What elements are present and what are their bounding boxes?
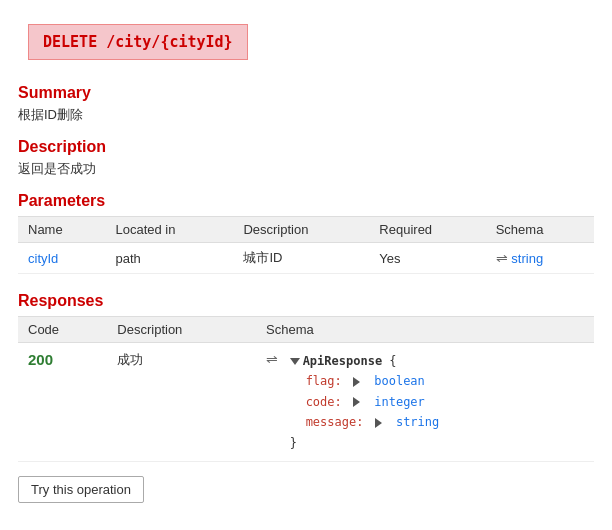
schema-type: string xyxy=(511,251,543,266)
param-col-description: Description xyxy=(233,217,369,243)
response-description: 成功 xyxy=(107,343,256,462)
param-col-required: Required xyxy=(369,217,485,243)
table-row: cityId path 城市ID Yes ⇌ string xyxy=(18,243,594,274)
transfer-icon: ⇌ xyxy=(496,250,508,266)
description-title: Description xyxy=(18,138,594,156)
field-type: integer xyxy=(374,395,425,409)
response-schema: ⇌ ApiResponse { flag: boolean code: inte… xyxy=(256,343,594,462)
resp-col-schema: Schema xyxy=(256,317,594,343)
try-operation-button[interactable]: Try this operation xyxy=(18,476,144,503)
transfer-icon: ⇌ xyxy=(266,351,278,367)
response-code: 200 xyxy=(28,351,53,368)
param-name: cityId xyxy=(28,251,58,266)
schema-header-line: ApiResponse { xyxy=(290,351,440,371)
open-brace: { xyxy=(389,354,396,368)
triangle-icon xyxy=(375,415,392,429)
parameters-title: Parameters xyxy=(18,192,594,210)
schema-field-line: message: string xyxy=(290,412,440,432)
table-row: 200 成功 ⇌ ApiResponse { flag: boolean cod… xyxy=(18,343,594,462)
responses-table: Code Description Schema 200 成功 ⇌ ApiResp… xyxy=(18,316,594,462)
resp-col-code: Code xyxy=(18,317,107,343)
parameters-header-row: Name Located in Description Required Sch… xyxy=(18,217,594,243)
param-description: 城市ID xyxy=(233,243,369,274)
schema-type-name: ApiResponse xyxy=(303,354,382,368)
endpoint-header: DELETE /city/{cityId} xyxy=(28,24,248,60)
field-type: boolean xyxy=(374,374,425,388)
responses-header-row: Code Description Schema xyxy=(18,317,594,343)
arrow-right-icon xyxy=(375,418,382,428)
field-key: flag: xyxy=(306,374,342,388)
try-button-label: Try this operation xyxy=(31,482,131,497)
summary-title: Summary xyxy=(18,84,594,102)
triangle-down-icon xyxy=(290,358,300,365)
triangle-icon xyxy=(353,374,370,388)
endpoint-label: DELETE /city/{cityId} xyxy=(43,33,233,51)
param-col-schema: Schema xyxy=(486,217,594,243)
field-type: string xyxy=(396,415,439,429)
param-col-name: Name xyxy=(18,217,105,243)
description-text: 返回是否成功 xyxy=(18,160,594,178)
schema-field-line: flag: boolean xyxy=(290,371,440,391)
close-brace: } xyxy=(290,436,297,450)
param-required: Yes xyxy=(369,243,485,274)
param-schema: ⇌ string xyxy=(486,243,594,274)
triangle-icon xyxy=(353,395,370,409)
resp-col-description: Description xyxy=(107,317,256,343)
param-located: path xyxy=(105,243,233,274)
arrow-right-icon xyxy=(353,397,360,407)
endpoint-header-wrapper: DELETE /city/{cityId} xyxy=(0,0,612,60)
summary-text: 根据ID删除 xyxy=(18,106,594,124)
responses-title: Responses xyxy=(18,292,594,310)
param-col-located: Located in xyxy=(105,217,233,243)
arrow-right-icon xyxy=(353,377,360,387)
parameters-table: Name Located in Description Required Sch… xyxy=(18,216,594,274)
schema-block: ApiResponse { flag: boolean code: intege… xyxy=(290,351,440,453)
schema-close-brace: } xyxy=(290,433,440,453)
schema-field-line: code: integer xyxy=(290,392,440,412)
main-content: Summary 根据ID删除 Description 返回是否成功 Parame… xyxy=(0,60,612,519)
field-key: message: xyxy=(306,415,364,429)
field-key: code: xyxy=(306,395,342,409)
